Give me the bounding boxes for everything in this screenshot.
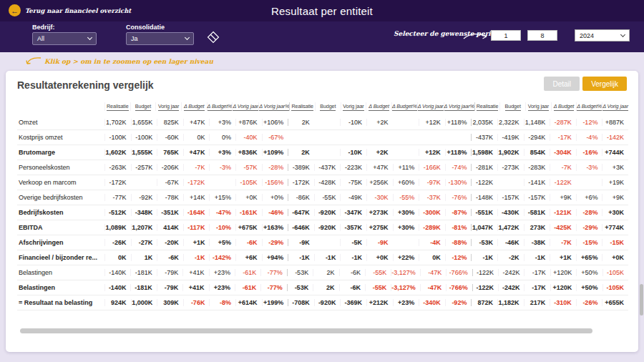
row-label[interactable]: = Resultaat na belasting: [17, 299, 104, 306]
value-cell: -27K: [131, 239, 157, 246]
table-row: Brutomarge1,602K1,555K765K+47K+3%+836K+1…: [17, 145, 628, 160]
value-cell: -357K: [340, 224, 366, 231]
column-header[interactable]: Realisatie: [104, 102, 130, 111]
column-header[interactable]: Δ Budget: [551, 102, 577, 111]
value-cell: +163%: [262, 224, 288, 231]
value-cell: -61K: [235, 284, 260, 291]
value-cell: 1,602K: [104, 149, 131, 156]
column-header[interactable]: Δ Budget%: [207, 102, 233, 111]
value-cell: -1K: [340, 254, 366, 261]
column-header[interactable]: Vorig jaar: [155, 102, 181, 111]
value-cell: +9K: [602, 194, 628, 201]
value-cell: -304K: [550, 149, 576, 156]
vertical-scrollbar[interactable]: [640, 284, 643, 315]
value-cell: 2,322K: [497, 119, 524, 126]
value-cell: -437K: [471, 134, 497, 141]
column-header[interactable]: Δ Vorig jaar: [232, 102, 258, 111]
row-label[interactable]: Personeelskosten: [17, 164, 104, 171]
value-cell: +12K: [419, 119, 445, 126]
column-header[interactable]: Budget: [499, 102, 525, 111]
column-header[interactable]: Δ Budget%: [391, 102, 417, 111]
row-label[interactable]: Belastingen: [17, 269, 104, 276]
row-label[interactable]: Verkoop en marcom: [17, 179, 104, 186]
column-header[interactable]: Δ Budget%: [576, 102, 602, 111]
value-cell: -140K: [104, 284, 130, 291]
zoom-hint-annotation: Klik op > om in te zoomen op een lager n…: [26, 57, 213, 66]
value-cell: -300K: [419, 209, 445, 216]
clear-filters-eraser-icon[interactable]: [206, 30, 220, 47]
value-cell: -4K: [419, 239, 445, 246]
title-bar: ← Terug naar financieel overzicht Result…: [0, 0, 644, 21]
table-row: Omzet1,702K1,655K825K+47K+3%+876K+106%2K…: [17, 115, 628, 130]
column-header-label: Δ Budget%: [577, 103, 602, 111]
column-header[interactable]: Δ Budget: [366, 102, 391, 111]
value-cell: 854K: [524, 149, 550, 156]
row-label[interactable]: Financieel / bijzonder re...: [17, 254, 104, 261]
column-header[interactable]: Vorig jaar: [525, 102, 551, 111]
consolidatie-value: Ja: [131, 35, 138, 42]
value-cell: +887K: [602, 119, 628, 126]
row-label[interactable]: EBITDA: [17, 224, 104, 231]
value-cell: -88%: [445, 239, 472, 246]
column-header[interactable]: Realisatie: [474, 102, 500, 111]
column-header-label: Realisatie: [477, 103, 499, 111]
value-cell: -6K: [339, 269, 365, 276]
row-label[interactable]: Bedrijfskosten: [17, 209, 104, 216]
row-label[interactable]: Belastingen: [17, 284, 104, 291]
column-header[interactable]: Δ Vorig jaar: [417, 102, 444, 111]
column-header[interactable]: Budget: [130, 102, 156, 111]
value-cell: -263K: [104, 164, 131, 171]
vergelijk-button[interactable]: Vergelijk: [582, 77, 627, 91]
row-label[interactable]: Overige bedrijfskosten: [17, 194, 104, 201]
value-cell: +47K: [183, 119, 210, 126]
value-cell: -2K: [497, 254, 524, 261]
chevron-down-icon: [620, 31, 625, 36]
period-end-input[interactable]: [527, 30, 557, 41]
value-cell: -105K: [235, 179, 262, 186]
value-cell: -67%: [262, 134, 288, 141]
value-cell: +120K: [550, 284, 576, 291]
value-cell: -6K: [339, 284, 365, 291]
value-cell: -130%: [445, 179, 472, 186]
value-cell: 765K: [157, 149, 183, 156]
value-cell: +876K: [235, 119, 262, 126]
value-cell: -3,127%: [391, 269, 420, 276]
row-label[interactable]: Brutomarge: [17, 149, 104, 156]
column-header[interactable]: Δ Budget: [181, 102, 207, 111]
year-select[interactable]: 2024: [575, 29, 630, 41]
value-cell: -74%: [445, 164, 472, 171]
column-header[interactable]: Δ Vorig jaar%: [444, 102, 474, 111]
bedrijf-select[interactable]: All: [32, 32, 97, 45]
column-header-label: Δ Vorig jaar%: [444, 103, 474, 111]
horizontal-scrollbar[interactable]: [20, 328, 592, 333]
column-header[interactable]: Δ Vorig jaar%: [258, 102, 289, 111]
column-header[interactable]: Budget: [315, 102, 341, 111]
detail-button[interactable]: Detail: [544, 77, 580, 91]
column-header-label: Budget: [320, 103, 336, 111]
value-cell: -105K: [602, 269, 628, 276]
period-start-input[interactable]: [491, 30, 521, 41]
value-cell: -242K: [498, 284, 524, 291]
consolidatie-select[interactable]: Ja: [126, 32, 194, 45]
value-cell: +120K: [550, 269, 576, 276]
consolidatie-label: Consolidatie: [126, 24, 165, 31]
value-cell: +199%: [262, 299, 288, 306]
value-cell: -122K: [471, 179, 497, 186]
value-cell: -20K: [157, 239, 183, 246]
value-cell: +774K: [602, 224, 628, 231]
value-cell: 0K: [183, 134, 210, 141]
value-cell: +30K: [602, 209, 628, 216]
value-cell: -49K: [340, 194, 366, 201]
row-label[interactable]: Afschrijvingen: [17, 239, 104, 246]
column-header[interactable]: Realisatie: [289, 102, 315, 111]
column-header[interactable]: Δ Vorig jaar: [602, 102, 628, 111]
value-cell: -121K: [550, 209, 576, 216]
value-cell: -15K: [602, 239, 628, 246]
value-cell: -148K: [471, 194, 497, 201]
row-label[interactable]: Omzet: [17, 119, 104, 126]
bedrijf-value: All: [37, 35, 44, 42]
column-header[interactable]: Vorig jaar: [341, 102, 366, 111]
value-cell: 1,000K: [131, 299, 157, 306]
row-label[interactable]: Kostprijs omzet: [17, 134, 104, 141]
value-cell: -55K: [365, 269, 391, 276]
